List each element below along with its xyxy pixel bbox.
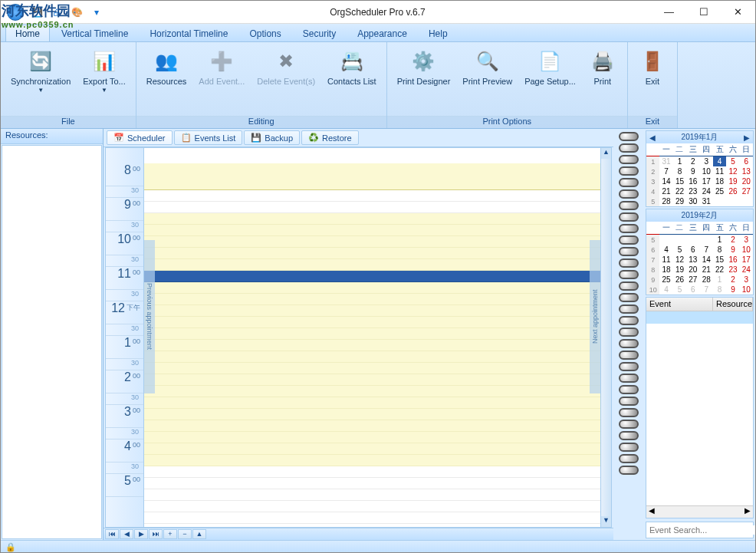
cal-day[interactable]: 9 [726,245,739,255]
cal-day[interactable]: 31 [700,196,713,206]
cal-day[interactable]: 1 [673,156,686,167]
time-slot[interactable] [144,282,600,294]
cal-day[interactable]: 12 [726,166,739,176]
event-list-row-selected[interactable] [646,311,753,324]
cal-day[interactable]: 9 [686,166,699,176]
cal-day[interactable]: 16 [686,176,699,186]
cal-day[interactable]: 22 [673,186,686,196]
time-slot[interactable] [144,386,600,397]
cal-day[interactable]: 7 [659,166,672,176]
resources-list[interactable] [2,145,102,539]
cal-day[interactable]: 12 [673,255,686,265]
time-slot[interactable] [144,271,600,282]
cal-day[interactable] [659,235,672,245]
cal-day[interactable]: 24 [740,265,753,275]
close-button[interactable]: ✕ [721,2,755,23]
cal-day[interactable] [740,196,753,206]
time-slot[interactable] [144,409,600,420]
cal-day[interactable]: 7 [700,245,713,255]
time-slot[interactable] [144,432,600,443]
time-slot[interactable] [144,455,600,466]
cal-day[interactable]: 13 [740,166,753,176]
cal-day[interactable]: 21 [700,265,713,275]
cal-day[interactable]: 6 [686,285,699,295]
cal-day[interactable] [686,235,699,245]
cal-day[interactable]: 17 [740,255,753,265]
tab-help[interactable]: Help [419,25,458,41]
qat-save-icon[interactable]: 💾 [30,5,44,19]
cal-day[interactable]: 18 [659,265,672,275]
nav-edit-button[interactable]: ▲ [192,529,206,539]
tab-options[interactable]: Options [239,25,291,41]
cal-day[interactable]: 8 [713,285,726,295]
cal-day[interactable]: 25 [713,186,726,196]
prev-appointment-button[interactable]: Previous appointment [144,240,155,393]
cal-day[interactable]: 3 [740,235,753,245]
cal-day[interactable]: 23 [686,186,699,196]
cal-day[interactable]: 19 [726,176,739,186]
cal-day[interactable]: 14 [700,255,713,265]
cal-day[interactable]: 14 [659,176,672,186]
nav-last-button[interactable]: ⏭ [149,529,163,539]
cal-day[interactable]: 21 [659,186,672,196]
cal-day[interactable]: 5 [673,245,686,255]
print-designer-button[interactable]: ⚙️ Print Designer [392,45,456,113]
eventlist-col-event[interactable]: Event [646,298,713,311]
time-slot[interactable] [144,374,600,386]
cal-day[interactable]: 29 [673,196,686,206]
export-button[interactable]: 📊 Export To... ▼ [77,45,130,113]
nav-remove-button[interactable]: − [178,529,192,539]
time-slot[interactable] [144,202,600,213]
time-slot[interactable] [144,236,600,248]
time-slot[interactable] [144,443,600,455]
cal-day[interactable]: 17 [700,176,713,186]
time-slot[interactable] [144,225,600,236]
cal-day[interactable]: 20 [686,265,699,275]
tab-home[interactable]: Home [5,25,50,41]
time-slot[interactable] [144,259,600,271]
cal-prev-icon[interactable]: ◀ [649,133,656,142]
cal-day[interactable]: 22 [713,265,726,275]
cal-day[interactable]: 2 [726,235,739,245]
cal-day[interactable]: 5 [673,285,686,295]
resources-button[interactable]: 👥 Resources [141,45,192,113]
mini-calendar-feb[interactable]: 2019年2月一二三四五六日51236456789107111213141516… [646,209,754,295]
cal-day[interactable]: 26 [726,186,739,196]
qat-dropdown-icon[interactable]: ▾ [90,5,104,19]
cal-day[interactable]: 16 [726,255,739,265]
time-slot[interactable] [144,351,600,363]
cal-day[interactable]: 20 [740,176,753,186]
event-list-scrollbar[interactable]: ◀▶ [646,505,753,518]
time-slot[interactable] [144,190,600,202]
cal-day[interactable]: 6 [686,245,699,255]
print-button[interactable]: 🖨️ Print [583,45,623,113]
nav-first-button[interactable]: ⏮ [105,529,119,539]
nav-prev-button[interactable]: ◀ [120,529,133,539]
cal-day[interactable]: 1 [713,235,726,245]
tab-horizontal-timeline[interactable]: Horizontal Timeline [140,25,238,41]
cal-day[interactable]: 30 [686,196,699,206]
cal-day[interactable]: 31 [659,156,672,167]
qat-print-icon[interactable]: 🖨 [50,5,64,19]
event-search-input[interactable] [649,525,755,535]
time-slot[interactable] [144,420,600,432]
cal-day[interactable]: 11 [713,166,726,176]
cal-day[interactable]: 9 [726,285,739,295]
cal-day[interactable]: 3 [700,156,713,167]
cal-day[interactable]: 10 [740,245,753,255]
maximize-button[interactable]: ☐ [686,2,721,23]
event-list-body[interactable] [646,311,753,505]
cal-day[interactable]: 26 [673,275,686,285]
time-slot[interactable] [144,478,600,489]
synchronization-button[interactable]: 🔄 Synchronization ▼ [5,45,76,113]
time-slot[interactable] [144,213,600,225]
time-slot[interactable] [144,328,600,340]
cal-day[interactable]: 15 [713,255,726,265]
eventlist-col-resource[interactable]: Resource [713,298,753,311]
time-slot[interactable] [144,512,600,524]
cal-day[interactable]: 1 [713,275,726,285]
cal-day[interactable]: 8 [713,245,726,255]
vertical-scrollbar[interactable]: ▲ ▼ [600,148,611,527]
cal-day[interactable]: 10 [700,166,713,176]
time-slot[interactable] [144,305,600,317]
